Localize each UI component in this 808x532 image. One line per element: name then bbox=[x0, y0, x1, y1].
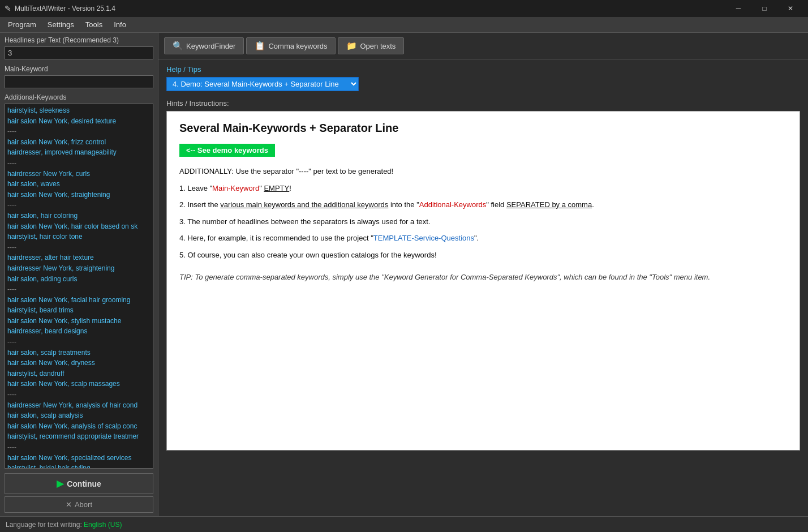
menu-settings[interactable]: Settings bbox=[42, 18, 80, 31]
minimize-button[interactable]: ─ bbox=[725, 0, 751, 17]
keywords-list: hairstylist, sleeknesshair salon New Yor… bbox=[5, 104, 153, 469]
main-keyword-input[interactable] bbox=[5, 75, 153, 88]
demo-dropdown[interactable]: 4. Demo: Several Main-Keywords + Separat… bbox=[166, 77, 359, 91]
menu-tools[interactable]: Tools bbox=[80, 18, 108, 31]
abort-button[interactable]: ✕ Abort bbox=[5, 496, 153, 513]
headlines-input[interactable] bbox=[5, 46, 153, 59]
additionally-prefix: ADDITIONALLY: Use the separator "----" p… bbox=[179, 167, 393, 175]
instruction-2: 2. Insert the various main keywords and … bbox=[179, 199, 787, 211]
instruction-5: 5. Of course, you can also create your o… bbox=[179, 250, 787, 261]
main-heading: Several Main-Keywords + Separator Line bbox=[179, 122, 787, 135]
additional-keywords-label: Additional-Keywords bbox=[0, 91, 158, 102]
toolbar: 🔍 KeywordFinder 📋 Comma keywords 📁 Open … bbox=[158, 33, 808, 59]
title-bar: ✎ MultiTextAIWriter - Version 25.1.4 ─ □… bbox=[0, 0, 808, 17]
keyword-finder-button[interactable]: 🔍 KeywordFinder bbox=[164, 37, 244, 54]
main-layout: Headlines per Text (Recommended 3) Main-… bbox=[0, 33, 808, 516]
headlines-label: Headlines per Text (Recommended 3) bbox=[0, 33, 158, 45]
right-panel: 🔍 KeywordFinder 📋 Comma keywords 📁 Open … bbox=[158, 33, 808, 516]
open-texts-icon: 📁 bbox=[346, 41, 357, 51]
menu-program[interactable]: Program bbox=[2, 18, 42, 31]
content-area[interactable]: Help / Tips 4. Demo: Several Main-Keywor… bbox=[158, 59, 808, 516]
main-keyword-label: Main-Keyword bbox=[0, 62, 158, 74]
language-value: English (US) bbox=[84, 521, 122, 529]
hints-title: Hints / Instructions: bbox=[166, 99, 800, 108]
window-controls: ─ □ ✕ bbox=[725, 0, 803, 17]
x-icon: ✕ bbox=[66, 500, 72, 509]
help-tips-link[interactable]: Help / Tips bbox=[166, 65, 201, 74]
app-title: ✎ MultiTextAIWriter - Version 25.1.4 bbox=[5, 4, 115, 13]
play-icon: ▶ bbox=[57, 478, 63, 489]
see-demo-button[interactable]: <-- See demo keywords bbox=[179, 144, 275, 157]
app-icon: ✎ bbox=[5, 4, 11, 13]
instruction-4: 4. Here, for example, it is recommended … bbox=[179, 233, 787, 244]
left-panel: Headlines per Text (Recommended 3) Main-… bbox=[0, 33, 158, 516]
menu-info[interactable]: Info bbox=[108, 18, 132, 31]
close-button[interactable]: ✕ bbox=[777, 0, 803, 17]
status-bar: Language for text writing: English (US) bbox=[0, 516, 808, 532]
comma-keywords-icon: 📋 bbox=[255, 41, 265, 51]
white-box: Several Main-Keywords + Separator Line <… bbox=[166, 111, 800, 451]
keywords-list-container[interactable]: hairstylist, sleeknesshair salon New Yor… bbox=[5, 104, 153, 469]
demo-select-container: 4. Demo: Several Main-Keywords + Separat… bbox=[166, 77, 800, 91]
instruction-1: 1. Leave "Main-Keyword" EMPTY! bbox=[179, 183, 787, 194]
instruction-3: 3. The number of headlines between the s… bbox=[179, 216, 787, 228]
continue-button[interactable]: ▶ Continue bbox=[5, 473, 153, 494]
comma-keywords-button[interactable]: 📋 Comma keywords bbox=[246, 37, 336, 54]
open-texts-button[interactable]: 📁 Open texts bbox=[338, 37, 404, 54]
tip-block: TIP: To generate comma-separated keyword… bbox=[179, 272, 787, 284]
additionally-text: ADDITIONALLY: Use the separator "----" p… bbox=[179, 166, 787, 177]
keyword-finder-icon: 🔍 bbox=[173, 41, 183, 51]
menu-bar: Program Settings Tools Info bbox=[0, 17, 808, 33]
maximize-button[interactable]: □ bbox=[751, 0, 777, 17]
